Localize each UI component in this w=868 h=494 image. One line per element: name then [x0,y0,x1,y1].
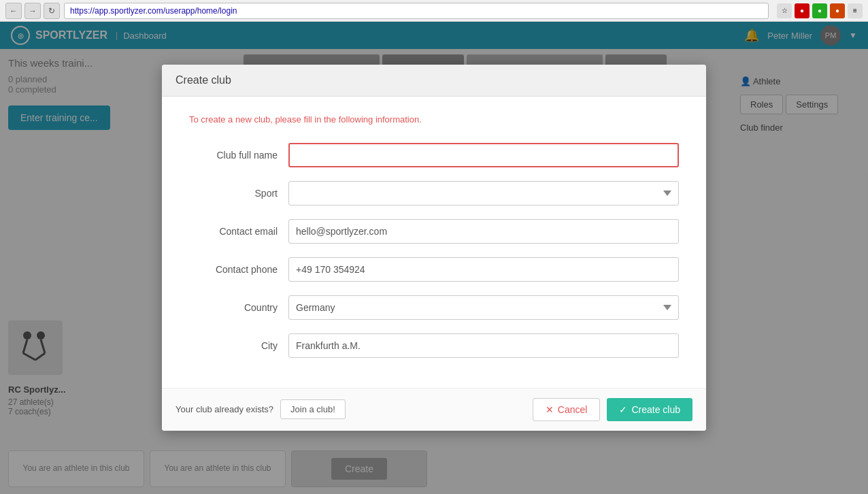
modal-header: Create club [162,65,706,97]
browser-icons: ☆ ● ● ● ≡ [777,3,863,18]
phone-input[interactable] [288,257,679,282]
phone-label: Contact phone [189,264,278,275]
join-club-button[interactable]: Join a club! [280,399,346,419]
modal-info-text: To create a new club, please fill in the… [189,113,434,127]
sport-label: Sport [189,188,278,199]
modal-title: Create club [176,74,231,86]
extension-icon2[interactable]: ● [812,3,827,18]
country-row: Country Germany Austria Switzerland Unit… [189,295,679,320]
sport-select[interactable]: Football Basketball Swimming Rowing Cycl… [288,181,679,205]
create-club-modal: Create club To create a new club, please… [162,65,706,431]
country-label: Country [189,302,278,313]
x-icon: ✕ [546,404,554,415]
email-label: Contact email [189,226,278,237]
browser-chrome: ← → ↻ https://app.sportlyzer.com/userapp… [0,0,868,22]
footer-right: ✕ Cancel ✓ Create club [533,398,692,421]
menu-icon[interactable]: ≡ [848,3,863,18]
star-icon[interactable]: ☆ [777,3,792,18]
refresh-button[interactable]: ↻ [44,3,60,19]
city-label: City [189,340,278,351]
modal-footer: Your club already exists? Join a club! ✕… [162,388,706,431]
modal-body: To create a new club, please fill in the… [162,97,706,388]
create-club-label: Create club [631,404,680,415]
url-bar[interactable]: https://app.sportlyzer.com/userapp/home/… [64,3,769,19]
email-input[interactable] [288,219,679,244]
club-name-label: Club full name [189,150,278,161]
forward-button[interactable]: → [24,3,41,19]
city-input[interactable] [288,333,679,358]
back-button[interactable]: ← [5,3,22,19]
create-club-button[interactable]: ✓ Create club [607,398,692,421]
check-icon: ✓ [619,404,627,415]
extension-icon3[interactable]: ● [830,3,845,18]
phone-row: Contact phone [189,257,679,282]
city-row: City [189,333,679,358]
sport-row: Sport Football Basketball Swimming Rowin… [189,181,679,205]
cancel-button[interactable]: ✕ Cancel [533,398,601,421]
cancel-label: Cancel [558,404,588,415]
already-exists-text: Your club already exists? [176,404,273,414]
email-row: Contact email [189,219,679,244]
footer-left: Your club already exists? Join a club! [176,399,346,419]
club-name-input[interactable] [288,143,679,167]
browser-nav[interactable]: ← → ↻ [5,3,60,19]
country-select[interactable]: Germany Austria Switzerland United State… [288,295,679,320]
url-text: https://app.sportlyzer.com/userapp/home/… [70,6,237,16]
extension-icon1[interactable]: ● [795,3,809,18]
club-name-row: Club full name [189,143,679,167]
